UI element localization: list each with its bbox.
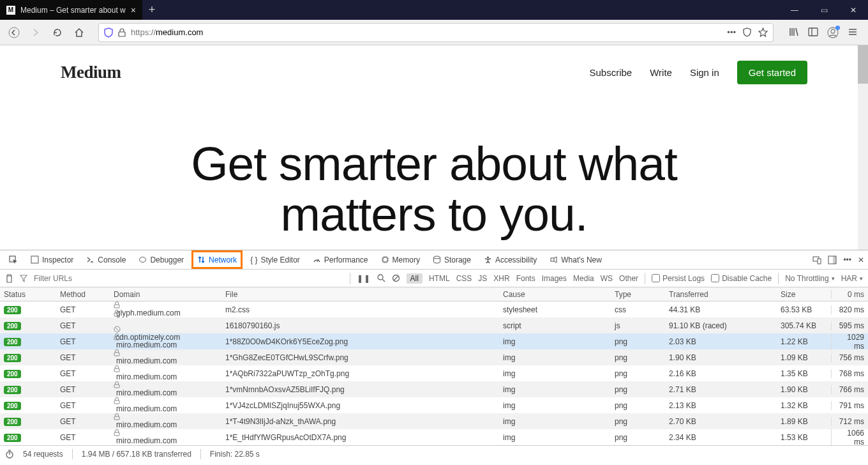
- maximize-button[interactable]: ▭: [809, 0, 839, 20]
- signin-link[interactable]: Sign in: [690, 67, 719, 78]
- tracking-shield-icon[interactable]: [104, 27, 113, 38]
- har-menu[interactable]: HAR▾: [841, 274, 863, 283]
- network-row[interactable]: 200GETmiro.medium.com1*GhG8ZecE0TGfCHwL9…: [0, 349, 868, 365]
- account-icon[interactable]: [827, 27, 839, 38]
- bookmark-star-icon[interactable]: [758, 27, 768, 37]
- clear-icon[interactable]: [5, 274, 13, 283]
- tab-storage[interactable]: Storage: [428, 250, 476, 269]
- filter-icon[interactable]: [20, 275, 27, 282]
- col-file[interactable]: File: [221, 290, 499, 299]
- col-type[interactable]: Type: [611, 290, 665, 299]
- svg-rect-30: [114, 400, 119, 404]
- home-button[interactable]: [70, 24, 88, 42]
- search-icon[interactable]: [377, 274, 385, 282]
- block-icon[interactable]: [392, 274, 400, 282]
- write-link[interactable]: Write: [650, 67, 672, 78]
- timing-icon[interactable]: [5, 450, 14, 459]
- sidebar-icon[interactable]: [808, 27, 818, 38]
- forward-button[interactable]: [27, 24, 45, 42]
- filter-all[interactable]: All: [407, 273, 423, 284]
- col-status[interactable]: Status: [0, 290, 56, 299]
- tab-whats-new[interactable]: What's New: [544, 250, 607, 269]
- window-titlebar: M Medium – Get smarter about w × + — ▭ ✕: [0, 0, 868, 20]
- lock-icon: [114, 397, 218, 404]
- get-started-button[interactable]: Get started: [737, 61, 807, 84]
- filter-other[interactable]: Other: [619, 274, 638, 283]
- pause-icon[interactable]: ❚❚: [357, 274, 371, 283]
- filter-ws[interactable]: WS: [601, 274, 613, 283]
- svg-line-19: [382, 279, 385, 282]
- svg-point-11: [433, 256, 440, 259]
- svg-rect-13: [551, 258, 554, 261]
- url-host: medium.com: [156, 27, 203, 37]
- tab-performance[interactable]: Performance: [308, 250, 373, 269]
- page-scrollbar[interactable]: [858, 45, 868, 250]
- subscribe-link[interactable]: Subscribe: [589, 67, 632, 78]
- page-actions-icon[interactable]: •••: [727, 27, 736, 37]
- minimize-button[interactable]: —: [780, 0, 809, 20]
- svg-rect-17: [833, 256, 836, 264]
- devtools-more-icon[interactable]: •••: [843, 255, 851, 264]
- svg-point-12: [487, 257, 489, 259]
- lock-icon: [114, 413, 218, 420]
- tab-memory[interactable]: Memory: [376, 250, 425, 269]
- filter-css[interactable]: CSS: [456, 274, 472, 283]
- network-toolbar: ❚❚ All HTML CSS JS XHR Fonts Images Medi…: [0, 270, 868, 287]
- url-bar[interactable]: https://medium.com •••: [98, 23, 774, 42]
- tab-accessibility[interactable]: Accessibility: [479, 250, 542, 269]
- throttling-select[interactable]: No Throttling▾: [785, 274, 834, 283]
- library-icon[interactable]: [789, 27, 799, 38]
- col-method[interactable]: Method: [56, 290, 110, 299]
- col-time[interactable]: 0 ms: [831, 290, 868, 299]
- network-row[interactable]: 200GETmiro.medium.com1*T-4t9N3lIjJd-aNzk…: [0, 413, 868, 429]
- devtools-picker-icon[interactable]: [4, 250, 23, 269]
- svg-rect-1: [119, 32, 125, 36]
- tab-inspector[interactable]: Inspector: [26, 250, 79, 269]
- browser-tab[interactable]: M Medium – Get smarter about w ×: [0, 0, 142, 20]
- filter-input[interactable]: [34, 274, 98, 283]
- close-window-button[interactable]: ✕: [839, 0, 868, 20]
- network-row[interactable]: 200GETmiro.medium.com1*vmNmnbAOxsvAZ5BLi…: [0, 381, 868, 397]
- devtools-close-icon[interactable]: ✕: [858, 255, 864, 264]
- tab-network[interactable]: Network: [191, 250, 243, 269]
- tab-debugger[interactable]: Debugger: [133, 250, 189, 269]
- new-tab-button[interactable]: +: [142, 0, 161, 20]
- responsive-mode-icon[interactable]: [812, 255, 821, 264]
- col-size[interactable]: Size: [777, 290, 831, 299]
- menu-icon[interactable]: [848, 27, 858, 38]
- site-logo[interactable]: Medium: [61, 63, 121, 82]
- close-tab-icon[interactable]: ×: [131, 5, 136, 15]
- network-row[interactable]: 200GETmiro.medium.com1*AQbRi7322aPUWTzp_…: [0, 365, 868, 381]
- tab-console[interactable]: Console: [81, 250, 131, 269]
- col-transferred[interactable]: Transferred: [665, 290, 777, 299]
- network-row[interactable]: 200GETmiro.medium.com1*E_tHdfYfWGRpusAcO…: [0, 429, 868, 445]
- network-row[interactable]: 200GETmiro.medium.com1*VJ4zcLDMlSZjqInuj…: [0, 397, 868, 413]
- network-footer: 54 requests 1.94 MB / 657.18 KB transfer…: [0, 445, 868, 462]
- svg-rect-31: [114, 416, 119, 420]
- filter-js[interactable]: JS: [478, 274, 487, 283]
- network-rows: 200GETglyph.medium.comm2.cssstylesheetcs…: [0, 301, 868, 445]
- network-row[interactable]: 200GETcdn.optimizely.com16180790160.jssc…: [0, 317, 868, 333]
- filter-html[interactable]: HTML: [429, 274, 450, 283]
- hero-heading: Get smarter about what matters to you.: [0, 139, 868, 240]
- tab-style-editor[interactable]: { }Style Editor: [245, 250, 305, 269]
- svg-rect-7: [31, 256, 38, 263]
- pocket-icon[interactable]: [742, 27, 752, 37]
- filter-media[interactable]: Media: [573, 274, 594, 283]
- filter-images[interactable]: Images: [542, 274, 567, 283]
- lock-icon: [118, 28, 126, 37]
- disable-cache-checkbox[interactable]: Disable Cache: [711, 274, 772, 283]
- type-filters: All HTML CSS JS XHR Fonts Images Media W…: [407, 273, 638, 284]
- dock-mode-icon[interactable]: [828, 255, 837, 264]
- network-row[interactable]: 200GETmiro.medium.com1*88Z0O0wD4KOrk6Y5E…: [0, 333, 868, 349]
- col-cause[interactable]: Cause: [499, 290, 611, 299]
- svg-point-18: [378, 275, 383, 280]
- network-columns: Status Method Domain File Cause Type Tra…: [0, 287, 868, 301]
- filter-xhr[interactable]: XHR: [493, 274, 509, 283]
- filter-fonts[interactable]: Fonts: [516, 274, 535, 283]
- col-domain[interactable]: Domain: [110, 290, 221, 299]
- back-button[interactable]: [5, 24, 23, 42]
- lock-icon: [114, 310, 218, 317]
- persist-logs-checkbox[interactable]: Persist Logs: [652, 274, 705, 283]
- reload-button[interactable]: [49, 24, 66, 42]
